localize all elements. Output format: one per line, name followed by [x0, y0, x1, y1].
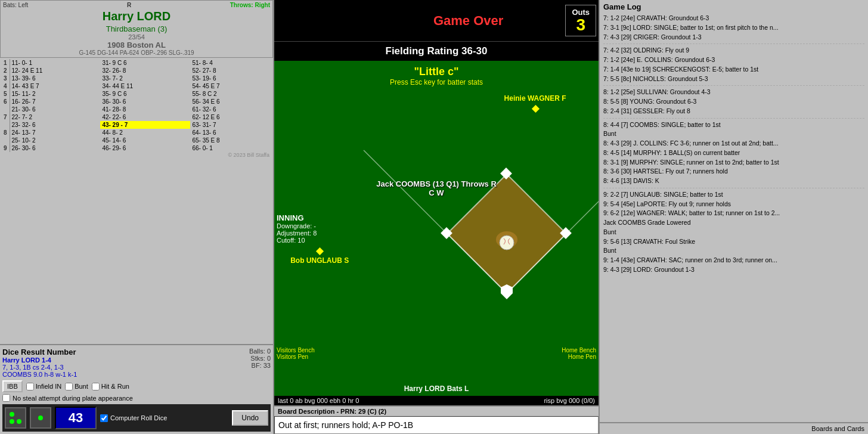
hit-run-checkbox[interactable] [92, 383, 100, 390]
log-entry: 7: 1-2 [24e] E. COLLINS: Groundout 6-3 [603, 55, 864, 65]
pitcher-sub: C W [429, 188, 444, 197]
throws-label: Throws: Right [230, 2, 270, 8]
dice-row-num-6 [1, 106, 10, 113]
player-card: Bats: Left R Throws: Right Harry LORD Th… [0, 0, 273, 58]
dice-cell-9-2: 64- 13- 6 [190, 129, 272, 137]
dice-row-num-0: 1 [1, 59, 10, 67]
log-entry: Bunt [603, 129, 864, 139]
dice-number-display: 43 [55, 407, 97, 429]
stks-label: Stks: [250, 355, 265, 362]
result-line2: 7, 1-3, 1B cs 2-4, 1-3 [2, 364, 77, 371]
dice-display-row: 43 Computer Roll Dice Undo [2, 404, 271, 432]
game-over-text: Game Over [371, 13, 566, 29]
hit-run-label: Hit & Run [101, 383, 129, 390]
right-panel: Game Log 7: 1-2 [24e] CRAVATH: Groundout… [600, 0, 868, 434]
dice-cell-3-0: 14- 43 E 7 [10, 82, 100, 90]
lf-diamond-icon: ◆ [316, 246, 323, 256]
batter-stats-bar: last 0 ab bvg 000 ebh 0 hr 0 risp bvg 00… [274, 396, 599, 405]
game-log-title: Game Log [600, 0, 868, 14]
computer-roll-checkbox[interactable] [100, 414, 108, 422]
player-position: Thirdbaseman (3) [3, 24, 270, 33]
log-entry: 9: 5-6 [13] CRAVATH: Foul Strike [603, 237, 864, 247]
bf-val: 33 [264, 362, 271, 369]
rf-diamond-icon: ◆ [532, 103, 539, 113]
player-stats-line: 23/54 [3, 33, 270, 41]
no-steal-label: No steal attempt during plate appearance [13, 395, 133, 402]
dice-cell-3-1: 34- 44 E 11 [100, 82, 190, 90]
computer-roll-check[interactable]: Computer Roll Dice [100, 414, 167, 422]
dice-cell-7-0: 22- 7- 2 [10, 113, 100, 121]
r-label: R [127, 2, 131, 8]
dice-cell-5-0: 16- 26- 7 [10, 98, 100, 106]
dice-cell-2-1: 33- 7- 2 [100, 75, 190, 82]
inning-label: INNING [277, 213, 317, 222]
dice-cell-4-1: 35- 9 C 6 [100, 90, 190, 98]
dice-row-num-11: 9 [1, 144, 10, 152]
dice-row-num-8 [1, 121, 10, 129]
dice-cell-0-0: 11- 0- 1 [10, 59, 100, 67]
log-entry: Bunt [603, 246, 864, 256]
log-entry: 9: 1-4 [43e] CRAVATH: SAC; runner on 2nd… [603, 256, 864, 265]
game-log-content[interactable]: 7: 1-2 [24e] CRAVATH: Groundout 6-37: 3-… [600, 14, 868, 422]
log-entry: 8: 4-3 [29] J. COLLINS: FC 3-6; runner o… [603, 139, 864, 148]
dice-cell-7-2: 62- 12 E 6 [190, 113, 272, 121]
bunt-label: Bunt [75, 383, 88, 390]
dice-cell-2-2: 53- 19- 6 [190, 75, 272, 82]
batter-label: Harry LORD Bats L [404, 385, 469, 393]
fielding-bar: Fielding Rating 36-30 [274, 41, 599, 61]
log-entry: 9: 4-3 [29] LORD: Groundout 1-3 [603, 265, 864, 275]
dice-cell-3-2: 54- 45 E 7 [190, 82, 272, 90]
dice-result-title: Dice Result Number [2, 348, 77, 356]
dice-cell-1-1: 32- 26- 8 [100, 67, 190, 75]
bunt-check[interactable]: Bunt [65, 383, 88, 390]
board-desc-text: Board Description - PRN: 29 (C) (2) [278, 408, 386, 415]
undo-button[interactable]: Undo [232, 410, 268, 426]
log-entry: 8: 4-5 [14] MURPHY: 1 BALL(S) on current… [603, 148, 864, 158]
dice-cell-0-2: 51- 8- 4 [190, 59, 272, 67]
log-entry: 9: 6-2 [12e] WAGNER: WALK; batter to 1st… [603, 209, 864, 218]
result-text-box: Out at first; runners hold; A-P PO-1B [274, 416, 599, 434]
no-steal-checkbox[interactable] [2, 394, 10, 402]
log-entry: 7: 4-3 [29] CRIGER: Groundout 1-3 [603, 33, 864, 42]
visitors-pen: Visitors Pen [277, 354, 315, 360]
log-entry: 8: 3-6 [30] HARTSEL: Fly out 7; runners … [603, 167, 864, 176]
bench-info-right: Home Bench Home Pen [562, 347, 596, 360]
computer-roll-label: Computer Roll Dice [110, 414, 167, 421]
dice-row-num-5: 6 [1, 98, 10, 106]
ibb-button[interactable]: IBB [2, 380, 23, 392]
dice-cell-9-0: 24- 13- 7 [10, 129, 100, 137]
dice-cell-10-0: 25- 10- 2 [10, 137, 100, 144]
dice-cell-6-2: 61- 32- 6 [190, 106, 272, 113]
dice-cell-10-1: 45- 14- 6 [100, 137, 190, 144]
log-entry: 7: 1-4 [43e to 19] SCHRECKENGOST: E-5; b… [603, 65, 864, 75]
bunt-checkbox[interactable] [65, 383, 73, 390]
svg-marker-11 [501, 284, 513, 299]
result-text: Out at first; runners hold; A-P PO-1B [278, 420, 413, 430]
field-area: "Little c" Press Esc key for batter stat… [274, 61, 599, 396]
pitcher-label: Jack COOMBS (13 Q1) Throws R C W [376, 179, 497, 197]
player-year: 1908 Boston AL [3, 41, 270, 49]
log-entry: 7: 4-2 [32] OLDRING: Fly out 9 [603, 46, 864, 55]
dice-cell-10-2: 65- 35 E 8 [190, 137, 272, 144]
inning-info: INNING Downgrade: - Adjustment: 8 Cutoff… [277, 213, 317, 244]
dice-cell-11-2: 66- 0- 1 [190, 144, 272, 152]
rf-player-name: Heinie WAGNER F [504, 94, 566, 103]
dice-cell-8-2: 63- 31- 7 [190, 121, 272, 129]
die-1 [5, 407, 26, 429]
left-panel: Bats: Left R Throws: Right Harry LORD Th… [0, 0, 274, 434]
dice-table: 111- 0- 131- 9 C 651- 8- 4212- 24 E 1132… [0, 58, 273, 344]
bats-label: Bats: Left [3, 2, 28, 8]
svg-point-12 [500, 235, 514, 250]
boards-cards-button[interactable]: Boards and Cards [600, 422, 868, 434]
infield-in-checkbox[interactable] [26, 383, 34, 390]
log-divider [603, 44, 864, 44]
home-bench: Home Bench [562, 347, 596, 354]
infield-in-check[interactable]: Infield IN [26, 383, 61, 390]
dice-row-num-4: 5 [1, 90, 10, 98]
dice-cell-9-1: 44- 8- 2 [100, 129, 190, 137]
dice-row-num-1: 2 [1, 67, 10, 75]
dice-cell-11-0: 26- 30- 6 [10, 144, 100, 152]
hit-run-check[interactable]: Hit & Run [92, 383, 129, 390]
bottom-panel: Dice Result Number Harry LORD 1-4 7, 1-3… [0, 344, 273, 434]
dice-cell-1-0: 12- 24 E 11 [10, 67, 100, 75]
